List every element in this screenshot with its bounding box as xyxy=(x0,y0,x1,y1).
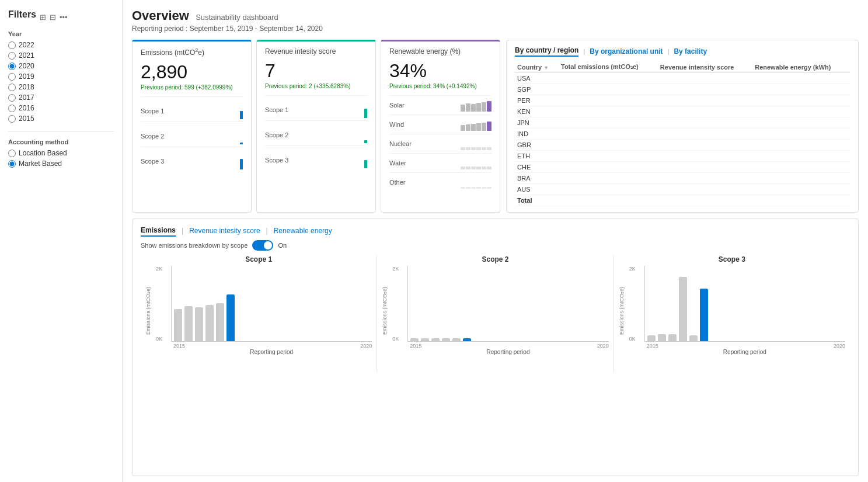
scope2-chart: Scope 2 Emissions (mtCO₂e) 2K 0K xyxy=(377,255,613,372)
nuclear-row: Nuclear xyxy=(389,134,491,153)
region-tabs: By country / region | By organizational … xyxy=(515,46,850,57)
table-row: AUS xyxy=(515,184,850,195)
water-row: Water xyxy=(389,153,491,172)
scope1-row: Scope 1 xyxy=(141,96,243,122)
charts-row: Scope 1 Emissions (mtCO₂e) 2K 0K xyxy=(141,255,850,372)
more-icon[interactable]: ••• xyxy=(60,13,68,22)
scope3-chart-title: Scope 3 xyxy=(619,255,845,263)
tab-revenue[interactable]: Revenue intesity score xyxy=(189,226,260,236)
table-row: GBR xyxy=(515,140,850,151)
table-row: SGP xyxy=(515,84,850,95)
scope2-y-labels: 2K 0K xyxy=(392,266,399,342)
table-total-row: Total xyxy=(515,195,850,206)
page-subtitle: Sustainability dashboard xyxy=(196,13,278,22)
emissions-card: Emissions (mtCO2e) 2,890 Previous period… xyxy=(132,40,252,213)
accounting-label: Accounting method xyxy=(8,138,114,145)
scope3-y-labels: 2K 0K xyxy=(629,266,636,342)
main-content: Overview Sustainability dashboard Report… xyxy=(123,0,868,482)
country-table: Country ▼ Total emissions (mtCO₂e) Reven… xyxy=(515,61,850,206)
other-bars xyxy=(461,176,491,189)
wind-row: Wind xyxy=(389,115,491,134)
toggle-knob xyxy=(264,241,272,249)
revenue-card-title: Revenue intesity score xyxy=(265,47,367,56)
filter-icons: ⊞ ⊟ ••• xyxy=(40,13,68,22)
scope2-chart-title: Scope 2 xyxy=(382,255,608,263)
year-option-2017[interactable]: 2017 xyxy=(8,92,114,103)
sidebar: Filters ⊞ ⊟ ••• Year 2022202120202019201… xyxy=(0,0,123,482)
toggle-on-label: On xyxy=(278,242,287,249)
table-row: BRA xyxy=(515,173,850,184)
water-bars xyxy=(461,157,491,169)
tab-by-facility[interactable]: By facility xyxy=(674,47,707,56)
year-option-2016[interactable]: 2016 xyxy=(8,103,114,113)
toggle-description: Show emissions breakdown by scope xyxy=(141,242,247,249)
renewable-card-title: Renewable energy (%) xyxy=(389,47,491,56)
method-option-location-based[interactable]: Location Based xyxy=(8,148,114,158)
country-table-body: USASGPPERKENJPNINDGBRETHCHEBRAAUSTotal xyxy=(515,73,850,206)
scope1-sparkline xyxy=(164,103,243,119)
solar-row: Solar xyxy=(389,95,491,115)
nuclear-bars xyxy=(461,137,491,150)
scope3-x-labels: 2015 2020 xyxy=(644,342,845,349)
revenue-prev: Previous period: 2 (+335.6283%) xyxy=(265,83,367,89)
year-option-2019[interactable]: 2019 xyxy=(8,71,114,82)
scope3-x-title: Reporting period xyxy=(644,349,845,355)
rev-scope2-row: Scope 2 xyxy=(265,120,367,145)
sort-icon[interactable]: ▼ xyxy=(543,65,549,71)
col-country: Country ▼ xyxy=(515,61,559,73)
table-row: ETH xyxy=(515,151,850,162)
scope2-bars xyxy=(407,266,608,342)
scope2-sparkline xyxy=(164,128,243,144)
year-option-2015[interactable]: 2015 xyxy=(8,113,114,124)
filters-title: Filters xyxy=(8,9,36,20)
renewable-value: 34% xyxy=(389,60,491,82)
scope1-y-labels: 2K 0K xyxy=(156,266,162,342)
scope3-y-axis-title: Emissions (mtCO₂e) xyxy=(619,266,628,355)
energy-breakdown: Solar Wind xyxy=(389,95,491,206)
table-row: PER xyxy=(515,95,850,106)
year-option-2021[interactable]: 2021 xyxy=(8,50,114,61)
bottom-tabs: Emissions | Revenue intesity score | Ren… xyxy=(141,225,850,237)
rev-scope3-sparkline xyxy=(288,152,367,168)
page-title: Overview xyxy=(132,8,189,23)
emissions-card-title: Emissions (mtCO2e) xyxy=(141,47,243,57)
solar-bars xyxy=(461,99,491,112)
table-row: JPN xyxy=(515,117,850,129)
year-option-2022[interactable]: 2022 xyxy=(8,40,114,50)
toggle-switch[interactable] xyxy=(252,240,273,251)
rev-scope1-sparkline xyxy=(288,102,367,118)
accounting-filter-group: Location BasedMarket Based xyxy=(8,148,114,169)
bottom-section: Emissions | Revenue intesity score | Ren… xyxy=(132,219,859,476)
toggle-row: Show emissions breakdown by scope On xyxy=(141,240,850,251)
method-option-market-based[interactable]: Market Based xyxy=(8,158,114,169)
emissions-prev: Previous period: 599 (+382.0999%) xyxy=(141,84,243,91)
renewable-card: Renewable energy (%) 34% Previous period… xyxy=(381,40,500,213)
tab-emissions[interactable]: Emissions xyxy=(141,225,176,237)
scope2-y-axis-title: Emissions (mtCO₂e) xyxy=(382,266,391,355)
kpi-cards: Emissions (mtCO2e) 2,890 Previous period… xyxy=(132,40,500,213)
header: Overview Sustainability dashboard Report… xyxy=(132,8,859,33)
scope3-chart: Scope 3 Emissions (mtCO₂e) 2K 0K xyxy=(614,255,850,372)
year-label: Year xyxy=(8,30,114,37)
rev-scope1-row: Scope 1 xyxy=(265,95,367,120)
tab-by-country[interactable]: By country / region xyxy=(515,46,578,57)
tab-renewable[interactable]: Renewable energy xyxy=(274,226,332,236)
scope1-bars xyxy=(171,266,372,342)
col-renewable: Renewable energy (kWh) xyxy=(752,61,850,73)
year-option-2018[interactable]: 2018 xyxy=(8,82,114,92)
col-emissions: Total emissions (mtCO₂e) xyxy=(559,61,658,73)
scope1-x-labels: 2015 2020 xyxy=(171,342,372,349)
scope3-bars xyxy=(644,266,845,342)
year-option-2020[interactable]: 2020 xyxy=(8,61,114,71)
wind-bars xyxy=(461,118,491,131)
scope3-row: Scope 3 xyxy=(141,147,243,172)
filter-icon[interactable]: ⊞ xyxy=(40,13,46,22)
table-icon[interactable]: ⊟ xyxy=(50,13,56,22)
revenue-card: Revenue intesity score 7 Previous period… xyxy=(256,40,376,213)
tab-by-org[interactable]: By organizational unit xyxy=(590,47,663,56)
table-row: IND xyxy=(515,129,850,140)
renewable-prev: Previous period: 34% (+0.1492%) xyxy=(389,83,491,89)
reporting-period: Reporting period : September 15, 2019 - … xyxy=(132,25,859,33)
scope2-x-title: Reporting period xyxy=(407,349,608,355)
col-revenue: Revenue intensity score xyxy=(658,61,752,73)
